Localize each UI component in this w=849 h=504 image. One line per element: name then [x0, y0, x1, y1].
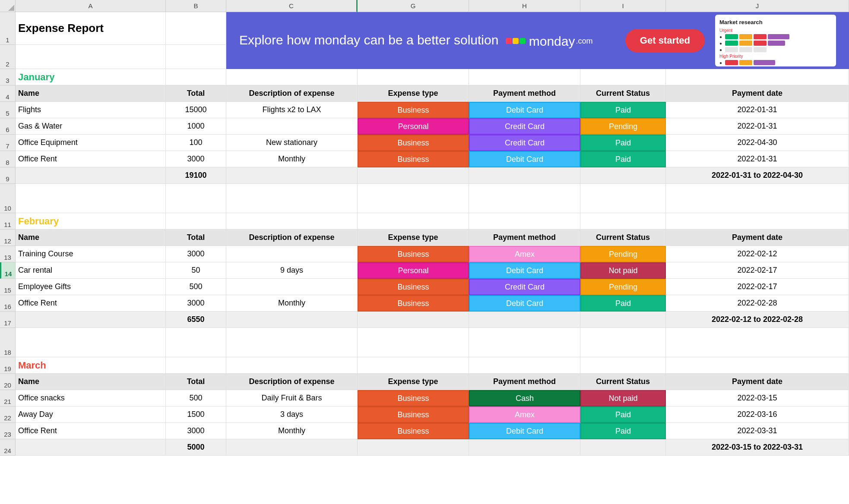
- row-header-11[interactable]: 11: [0, 213, 16, 230]
- row-header-4[interactable]: 4: [0, 85, 16, 102]
- th-status[interactable]: Current Status: [580, 374, 666, 390]
- tag-status[interactable]: Paid: [580, 406, 666, 423]
- cell-H10[interactable]: [469, 184, 580, 213]
- month-label-january[interactable]: January: [16, 69, 166, 85]
- row-header-6[interactable]: 6: [0, 118, 16, 135]
- cell-I18[interactable]: [580, 328, 666, 357]
- cell-total[interactable]: 50: [166, 262, 226, 279]
- cell-date[interactable]: 2022-03-15: [666, 390, 849, 406]
- cell-B10[interactable]: [166, 184, 226, 213]
- cell-I24[interactable]: [580, 439, 666, 456]
- row-header-19[interactable]: 19: [0, 357, 16, 374]
- cell-date[interactable]: 2022-02-28: [666, 295, 849, 312]
- table-row[interactable]: Flights: [16, 102, 166, 118]
- spreadsheet-grid[interactable]: A B C G H I J 1 Expense Report Explore h…: [0, 0, 849, 456]
- cell-C24[interactable]: [226, 439, 358, 456]
- tag-expense-type[interactable]: Personal: [358, 118, 469, 135]
- th-status[interactable]: Current Status: [580, 230, 666, 246]
- cell-date[interactable]: 2022-01-31: [666, 102, 849, 118]
- tag-status[interactable]: Paid: [580, 102, 666, 118]
- cell-date[interactable]: 2022-02-17: [666, 279, 849, 295]
- cell-date[interactable]: 2022-04-30: [666, 135, 849, 151]
- cell-date[interactable]: 2022-03-16: [666, 406, 849, 423]
- col-header-H[interactable]: H: [469, 0, 580, 12]
- cell-I11[interactable]: [580, 213, 666, 230]
- tag-payment-method[interactable]: Credit Card: [469, 135, 580, 151]
- cell-B19[interactable]: [166, 357, 226, 374]
- sum-total[interactable]: 5000: [166, 439, 226, 456]
- th-total[interactable]: Total: [166, 85, 226, 102]
- table-row[interactable]: Office snacks: [16, 390, 166, 406]
- cell-G9[interactable]: [358, 167, 469, 184]
- tag-status[interactable]: Not paid: [580, 390, 666, 406]
- row-header-5[interactable]: 5: [0, 102, 16, 118]
- month-label-march[interactable]: March: [16, 357, 166, 374]
- row-header-8[interactable]: 8: [0, 151, 16, 167]
- row-header-20[interactable]: 20: [0, 374, 16, 390]
- cell-desc[interactable]: Monthly: [226, 295, 358, 312]
- cell-G11[interactable]: [358, 213, 469, 230]
- th-desc[interactable]: Description of expense: [226, 374, 358, 390]
- cell-G18[interactable]: [358, 328, 469, 357]
- col-header-I[interactable]: I: [580, 0, 666, 12]
- col-header-J[interactable]: J: [666, 0, 849, 12]
- cell-B18[interactable]: [166, 328, 226, 357]
- col-header-G[interactable]: G: [358, 0, 469, 12]
- cell-C9[interactable]: [226, 167, 358, 184]
- cell-A9[interactable]: [16, 167, 166, 184]
- col-header-A[interactable]: A: [16, 0, 166, 12]
- tag-payment-method[interactable]: Amex: [469, 406, 580, 423]
- th-status[interactable]: Current Status: [580, 85, 666, 102]
- cell-B11[interactable]: [166, 213, 226, 230]
- tag-payment-method[interactable]: Credit Card: [469, 279, 580, 295]
- cell-J10[interactable]: [666, 184, 849, 213]
- tag-expense-type[interactable]: Business: [358, 102, 469, 118]
- cell-desc[interactable]: 9 days: [226, 262, 358, 279]
- th-total[interactable]: Total: [166, 230, 226, 246]
- cell-date[interactable]: 2022-02-12: [666, 246, 849, 262]
- tag-status[interactable]: Paid: [580, 151, 666, 167]
- cell-I9[interactable]: [580, 167, 666, 184]
- cell-H17[interactable]: [469, 312, 580, 328]
- tag-payment-method[interactable]: Debit Card: [469, 423, 580, 439]
- table-row[interactable]: Office Rent: [16, 295, 166, 312]
- tag-payment-method[interactable]: Amex: [469, 246, 580, 262]
- cell-I10[interactable]: [580, 184, 666, 213]
- cell-G17[interactable]: [358, 312, 469, 328]
- cell-G3[interactable]: [358, 69, 469, 85]
- cell-C18[interactable]: [226, 328, 358, 357]
- row-header-15[interactable]: 15: [0, 279, 16, 295]
- tag-expense-type[interactable]: Business: [358, 423, 469, 439]
- cell-desc[interactable]: New stationary: [226, 135, 358, 151]
- cell-I19[interactable]: [580, 357, 666, 374]
- row-header-17[interactable]: 17: [0, 312, 16, 328]
- col-header-C[interactable]: C: [226, 0, 358, 12]
- select-all-corner[interactable]: [0, 0, 16, 12]
- cell-B1[interactable]: [166, 12, 226, 45]
- th-method[interactable]: Payment method: [469, 230, 580, 246]
- row-header-3[interactable]: 3: [0, 69, 16, 85]
- tag-payment-method[interactable]: Debit Card: [469, 102, 580, 118]
- cell-J18[interactable]: [666, 328, 849, 357]
- cell-A17[interactable]: [16, 312, 166, 328]
- tag-expense-type[interactable]: Personal: [358, 262, 469, 279]
- col-header-B[interactable]: B: [166, 0, 226, 12]
- cell-C11[interactable]: [226, 213, 358, 230]
- date-range[interactable]: 2022-02-12 to 2022-02-28: [666, 312, 849, 328]
- cell-total[interactable]: 3000: [166, 423, 226, 439]
- cell-desc[interactable]: Flights x2 to LAX: [226, 102, 358, 118]
- cell-C17[interactable]: [226, 312, 358, 328]
- th-name[interactable]: Name: [16, 374, 166, 390]
- row-header-9[interactable]: 9: [0, 167, 16, 184]
- row-header-2[interactable]: 2: [0, 45, 16, 69]
- cell-A24[interactable]: [16, 439, 166, 456]
- get-started-button[interactable]: Get started: [625, 29, 705, 52]
- th-name[interactable]: Name: [16, 85, 166, 102]
- cell-G19[interactable]: [358, 357, 469, 374]
- table-row[interactable]: Office Rent: [16, 423, 166, 439]
- tag-expense-type[interactable]: Business: [358, 135, 469, 151]
- cell-H24[interactable]: [469, 439, 580, 456]
- tag-expense-type[interactable]: Business: [358, 246, 469, 262]
- sum-total[interactable]: 6550: [166, 312, 226, 328]
- row-header-10[interactable]: 10: [0, 184, 16, 213]
